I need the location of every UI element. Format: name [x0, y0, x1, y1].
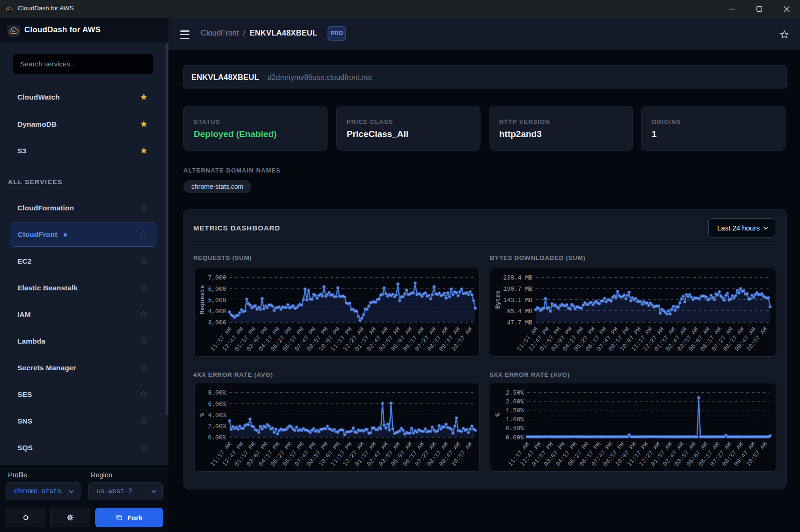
svg-text:3,000: 3,000 [208, 319, 226, 326]
svg-text:0.50%: 0.50% [506, 425, 524, 432]
svg-text:95.4 MB: 95.4 MB [507, 308, 532, 315]
svg-text:6.00%: 6.00% [208, 401, 226, 408]
svg-text:5,000: 5,000 [208, 297, 226, 304]
svg-text:143.1 MB: 143.1 MB [503, 297, 533, 304]
svg-text:2.00%: 2.00% [208, 423, 226, 430]
svg-text:0.00%: 0.00% [506, 434, 524, 441]
svg-text:Requests: Requests [199, 285, 206, 315]
svg-text:238.4 MB: 238.4 MB [503, 274, 533, 281]
svg-text:2.00%: 2.00% [506, 398, 524, 405]
svg-text:2.50%: 2.50% [506, 389, 524, 396]
svg-text:4.00%: 4.00% [208, 412, 226, 419]
svg-text:1.00%: 1.00% [506, 416, 524, 423]
svg-text:%: % [199, 413, 206, 417]
svg-text:Bytes: Bytes [495, 290, 502, 309]
svg-text:7,000: 7,000 [208, 274, 226, 281]
svg-text:0.00%: 0.00% [208, 434, 226, 441]
svg-text:4,000: 4,000 [208, 308, 226, 315]
svg-text:190.7 MB: 190.7 MB [503, 286, 533, 293]
svg-text:8.00%: 8.00% [208, 389, 226, 396]
svg-text:%: % [495, 413, 502, 417]
svg-text:6,000: 6,000 [208, 286, 226, 293]
svg-text:1.50%: 1.50% [506, 407, 524, 414]
svg-text:47.7 MB: 47.7 MB [507, 319, 532, 326]
